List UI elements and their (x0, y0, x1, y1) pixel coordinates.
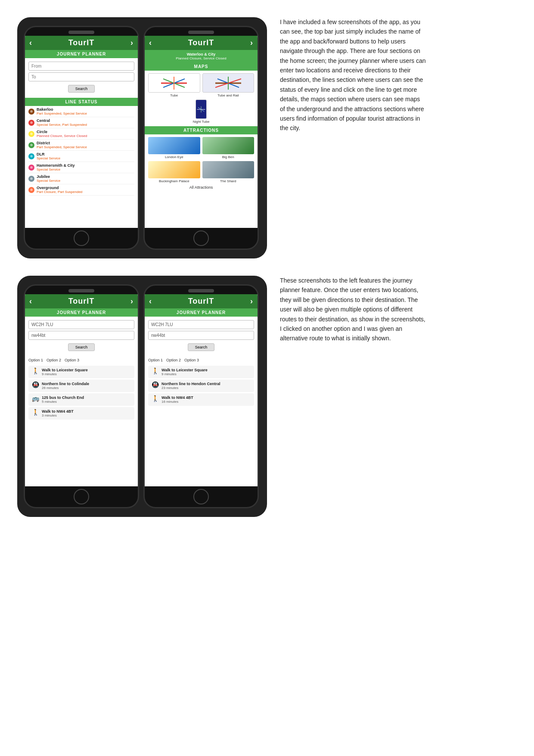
options-row-4: Option 1Option 2Option 3 (145, 356, 258, 364)
option-btn-1[interactable]: Option 1 (28, 358, 43, 362)
forward-button-4[interactable]: › (250, 297, 253, 306)
from-input-4[interactable] (148, 320, 254, 329)
line-icon: ⊝ (28, 142, 34, 148)
attractions-grid: London Eye Big Ben Buckingham Palace (148, 137, 254, 183)
option-btn-3[interactable]: Option 3 (65, 358, 79, 362)
forward-button-1[interactable]: › (130, 38, 134, 47)
line-item[interactable]: ⊝ Central Special Service, Part Suspende… (28, 117, 134, 128)
night-tube-thumb (196, 100, 207, 119)
route-step: 🚶 Walk to NW4 4BT 3 minutes (28, 407, 134, 420)
journey-planner-3: Search (25, 317, 138, 356)
maps-section-header: MAPS (145, 62, 258, 71)
step-name-2: Walk to NW4 4BT (161, 395, 193, 400)
line-info: Overground Part Closure, Part Suspended (37, 186, 82, 194)
line-info: DLR Special Service (37, 152, 60, 160)
to-input-3[interactable] (28, 331, 134, 340)
line-status-text: Planned Closure, Service Closed (37, 134, 87, 138)
attraction-london-eye[interactable]: London Eye (148, 137, 200, 159)
phone-3: ‹ TourIT › JOURNEY PLANNER Search Option… (24, 284, 139, 508)
forward-button-2[interactable]: › (250, 38, 253, 47)
step-icon-3: 🚶 (32, 409, 39, 415)
search-button-3[interactable]: Search (68, 343, 95, 351)
attraction-buckingham[interactable]: Buckingham Palace (148, 161, 200, 183)
map-item-tube-rail[interactable]: Tube and Rail (202, 73, 255, 97)
phone-1: ‹ TourIT › JOURNEY PLANNER Search LINE S… (24, 26, 139, 250)
line-status-text: Special Service (37, 168, 75, 171)
tube-thumb (148, 73, 200, 93)
map-item-tube[interactable]: Tube (148, 73, 200, 97)
app-header-1: ‹ TourIT › (25, 36, 138, 50)
home-btn-1[interactable] (74, 230, 89, 246)
big-ben-thumb (202, 137, 255, 154)
tube-label: Tube (170, 93, 178, 97)
route-step: 🚶 Walk to Leicester Square 9 minutes (148, 366, 254, 378)
step-duration-3: 3 minutes (42, 414, 74, 417)
home-btn-2[interactable] (193, 230, 209, 246)
line-status-text: Part Suspended, Special Service (37, 112, 87, 115)
step-name-1: Northern line to Colindale (42, 382, 89, 386)
search-button-4[interactable]: Search (188, 343, 215, 351)
line-icon: ⊝ (28, 187, 34, 193)
maps-section: Tube (145, 71, 258, 126)
step-info-2: 125 bus to Church End 5 minutes (42, 395, 84, 404)
line-name: Jubilee (37, 174, 60, 179)
attractions-section-header: ATTRACTIONS (145, 126, 258, 134)
attractions-section: London Eye Big Ben Buckingham Palace (145, 134, 258, 192)
app-title-3: TourIT (68, 297, 95, 306)
back-button-2[interactable]: ‹ (149, 38, 152, 47)
step-info-3: Walk to NW4 4BT 3 minutes (42, 409, 74, 417)
back-button-3[interactable]: ‹ (29, 297, 32, 306)
home-btn-4[interactable] (193, 489, 209, 504)
line-item[interactable]: ⊝ DLR Special Service (28, 151, 134, 162)
attraction-shard[interactable]: The Shard (202, 161, 255, 183)
step-name-2: 125 bus to Church End (42, 395, 84, 400)
phone-pair-2: ‹ TourIT › JOURNEY PLANNER Search Option… (17, 276, 267, 517)
screen-2: ‹ TourIT › Waterloo & City Planned Closu… (145, 36, 258, 228)
line-info: Central Special Service, Part Suspended (37, 118, 87, 127)
line-info: Hammersmith & City Special Service (37, 163, 75, 171)
line-info: Circle Planned Closure, Service Closed (37, 130, 87, 138)
from-input-1[interactable] (28, 62, 134, 71)
step-name-0: Walk to Leicester Square (42, 368, 88, 372)
line-info: Bakerloo Part Suspended, Special Service (37, 107, 87, 115)
line-item[interactable]: ⊝ Hammersmith & City Special Service (28, 162, 134, 173)
step-info-2: Walk to NW4 4BT 16 minutes (161, 395, 193, 404)
forward-button-3[interactable]: › (130, 297, 134, 306)
home-btn-3[interactable] (74, 489, 89, 504)
route-step: 🚌 125 bus to Church End 5 minutes (28, 393, 134, 406)
line-icon: ⊝ (28, 109, 34, 115)
line-item[interactable]: ⊝ Bakerloo Part Suspended, Special Servi… (28, 106, 134, 117)
option-btn-1[interactable]: Option 1 (148, 358, 163, 362)
speaker-1 (68, 31, 94, 34)
option-btn-3[interactable]: Option 3 (184, 358, 199, 362)
line-icon: ⊝ (28, 153, 34, 159)
to-input-4[interactable] (148, 331, 254, 340)
shard-thumb (202, 161, 255, 178)
line-item[interactable]: ⊝ Circle Planned Closure, Service Closed (28, 128, 134, 140)
night-tube-label: Night Tube (193, 120, 210, 124)
option-btn-2[interactable]: Option 2 (47, 358, 61, 362)
big-ben-label: Big Ben (222, 155, 234, 159)
line-item[interactable]: ⊝ District Part Suspended, Special Servi… (28, 140, 134, 151)
from-input-3[interactable] (28, 320, 134, 329)
attraction-big-ben[interactable]: Big Ben (202, 137, 255, 159)
all-attractions-link[interactable]: All Attractions (148, 185, 254, 190)
to-input-1[interactable] (28, 72, 134, 81)
step-icon-2: 🚶 (152, 395, 159, 401)
line-icon: ⊝ (28, 165, 34, 171)
back-button-4[interactable]: ‹ (149, 297, 152, 306)
line-status-text: Special Service, Part Suspended (37, 123, 87, 127)
route-step: 🚶 Walk to Leicester Square 9 minutes (28, 366, 134, 378)
map-single-row: Night Tube (148, 100, 254, 124)
map-item-night[interactable]: Night Tube (190, 100, 212, 124)
line-item[interactable]: ⊝ Jubilee Special Service (28, 173, 134, 184)
app-title-4: TourIT (188, 297, 214, 306)
row-2: ‹ TourIT › JOURNEY PLANNER Search Option… (17, 276, 517, 517)
search-button-1[interactable]: Search (68, 85, 95, 93)
back-button-1[interactable]: ‹ (29, 38, 32, 47)
option-btn-2[interactable]: Option 2 (166, 358, 181, 362)
line-item[interactable]: ⊝ Overground Part Closure, Part Suspende… (28, 184, 134, 196)
options-row-3: Option 1Option 2Option 3 (25, 356, 138, 364)
step-name-3: Walk to NW4 4BT (42, 409, 74, 414)
line-name: Circle (37, 130, 87, 134)
